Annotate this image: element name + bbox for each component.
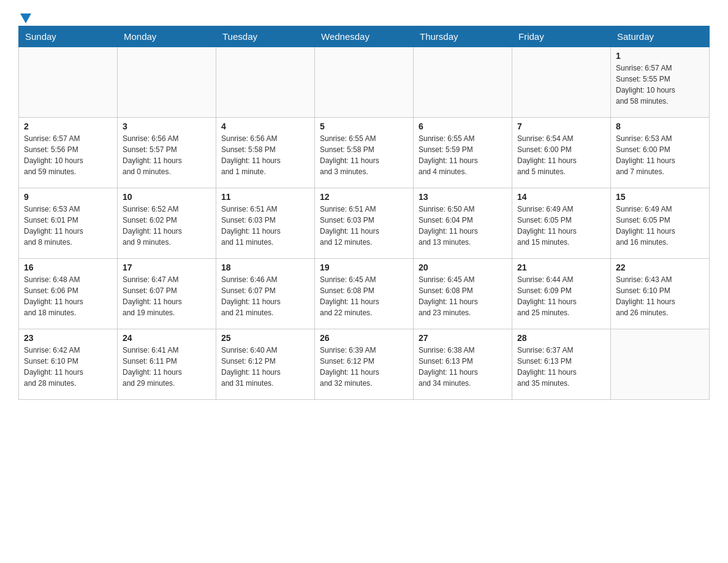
column-header-monday: Monday — [118, 26, 216, 47]
day-number: 10 — [123, 192, 211, 202]
day-info-text: Sunrise: 6:55 AM Sunset: 5:58 PM Dayligh… — [320, 133, 408, 177]
column-header-tuesday: Tuesday — [216, 26, 315, 47]
calendar-cell — [216, 47, 315, 118]
day-info-text: Sunrise: 6:44 AM Sunset: 6:09 PM Dayligh… — [517, 274, 605, 318]
day-number: 5 — [320, 121, 408, 131]
day-info-text: Sunrise: 6:51 AM Sunset: 6:03 PM Dayligh… — [320, 204, 408, 248]
day-info-text: Sunrise: 6:43 AM Sunset: 6:10 PM Dayligh… — [616, 274, 704, 318]
day-info-text: Sunrise: 6:53 AM Sunset: 6:00 PM Dayligh… — [616, 133, 704, 177]
day-info-text: Sunrise: 6:55 AM Sunset: 5:59 PM Dayligh… — [419, 133, 507, 177]
calendar-cell — [512, 47, 611, 118]
day-info-text: Sunrise: 6:52 AM Sunset: 6:02 PM Dayligh… — [123, 204, 211, 248]
day-info-text: Sunrise: 6:41 AM Sunset: 6:11 PM Dayligh… — [123, 345, 211, 389]
calendar-cell: 11Sunrise: 6:51 AM Sunset: 6:03 PM Dayli… — [216, 188, 315, 259]
day-info-text: Sunrise: 6:49 AM Sunset: 6:05 PM Dayligh… — [517, 204, 605, 248]
day-number: 4 — [221, 121, 309, 131]
day-number: 19 — [320, 262, 408, 272]
calendar-cell: 20Sunrise: 6:45 AM Sunset: 6:08 PM Dayli… — [414, 259, 512, 329]
calendar-cell — [414, 47, 512, 118]
day-number: 13 — [419, 192, 507, 202]
logo — [18, 12, 31, 20]
day-info-text: Sunrise: 6:48 AM Sunset: 6:06 PM Dayligh… — [24, 274, 112, 318]
calendar-cell: 19Sunrise: 6:45 AM Sunset: 6:08 PM Dayli… — [315, 259, 414, 329]
calendar-cell — [611, 329, 710, 400]
calendar-week-row: 1Sunrise: 6:57 AM Sunset: 5:55 PM Daylig… — [19, 47, 710, 118]
column-header-thursday: Thursday — [414, 26, 512, 47]
logo-arrow-icon — [20, 13, 31, 23]
day-number: 11 — [221, 192, 309, 202]
day-number: 20 — [419, 262, 507, 272]
day-info-text: Sunrise: 6:57 AM Sunset: 5:56 PM Dayligh… — [24, 133, 112, 177]
day-number: 26 — [320, 333, 408, 343]
day-info-text: Sunrise: 6:45 AM Sunset: 6:08 PM Dayligh… — [320, 274, 408, 318]
day-info-text: Sunrise: 6:46 AM Sunset: 6:07 PM Dayligh… — [221, 274, 309, 318]
day-number: 22 — [616, 262, 704, 272]
day-number: 3 — [123, 121, 211, 131]
day-info-text: Sunrise: 6:57 AM Sunset: 5:55 PM Dayligh… — [616, 63, 704, 107]
calendar-cell: 25Sunrise: 6:40 AM Sunset: 6:12 PM Dayli… — [216, 329, 315, 400]
day-number: 17 — [123, 262, 211, 272]
calendar-cell: 22Sunrise: 6:43 AM Sunset: 6:10 PM Dayli… — [611, 259, 710, 329]
calendar-cell: 23Sunrise: 6:42 AM Sunset: 6:10 PM Dayli… — [19, 329, 118, 400]
calendar-cell: 8Sunrise: 6:53 AM Sunset: 6:00 PM Daylig… — [611, 118, 710, 188]
calendar-cell: 24Sunrise: 6:41 AM Sunset: 6:11 PM Dayli… — [118, 329, 216, 400]
calendar-week-row: 23Sunrise: 6:42 AM Sunset: 6:10 PM Dayli… — [19, 329, 710, 400]
day-number: 6 — [419, 121, 507, 131]
column-header-friday: Friday — [512, 26, 611, 47]
calendar-cell: 26Sunrise: 6:39 AM Sunset: 6:12 PM Dayli… — [315, 329, 414, 400]
day-info-text: Sunrise: 6:47 AM Sunset: 6:07 PM Dayligh… — [123, 274, 211, 318]
calendar-cell: 12Sunrise: 6:51 AM Sunset: 6:03 PM Dayli… — [315, 188, 414, 259]
day-number: 24 — [123, 333, 211, 343]
calendar-cell: 15Sunrise: 6:49 AM Sunset: 6:05 PM Dayli… — [611, 188, 710, 259]
day-info-text: Sunrise: 6:37 AM Sunset: 6:13 PM Dayligh… — [517, 345, 605, 389]
day-number: 21 — [517, 262, 605, 272]
column-header-saturday: Saturday — [611, 26, 710, 47]
calendar-cell: 28Sunrise: 6:37 AM Sunset: 6:13 PM Dayli… — [512, 329, 611, 400]
calendar-week-row: 9Sunrise: 6:53 AM Sunset: 6:01 PM Daylig… — [19, 188, 710, 259]
calendar-cell: 2Sunrise: 6:57 AM Sunset: 5:56 PM Daylig… — [19, 118, 118, 188]
day-info-text: Sunrise: 6:51 AM Sunset: 6:03 PM Dayligh… — [221, 204, 309, 248]
column-header-wednesday: Wednesday — [315, 26, 414, 47]
day-number: 2 — [24, 121, 112, 131]
calendar-cell: 10Sunrise: 6:52 AM Sunset: 6:02 PM Dayli… — [118, 188, 216, 259]
calendar-header-row: SundayMondayTuesdayWednesdayThursdayFrid… — [19, 26, 710, 47]
day-number: 23 — [24, 333, 112, 343]
day-info-text: Sunrise: 6:53 AM Sunset: 6:01 PM Dayligh… — [24, 204, 112, 248]
page-header — [18, 12, 710, 20]
calendar-cell — [118, 47, 216, 118]
day-number: 27 — [419, 333, 507, 343]
calendar-cell: 13Sunrise: 6:50 AM Sunset: 6:04 PM Dayli… — [414, 188, 512, 259]
day-info-text: Sunrise: 6:54 AM Sunset: 6:00 PM Dayligh… — [517, 133, 605, 177]
calendar-cell: 4Sunrise: 6:56 AM Sunset: 5:58 PM Daylig… — [216, 118, 315, 188]
day-number: 25 — [221, 333, 309, 343]
day-number: 1 — [616, 51, 704, 61]
calendar-cell: 27Sunrise: 6:38 AM Sunset: 6:13 PM Dayli… — [414, 329, 512, 400]
day-number: 14 — [517, 192, 605, 202]
day-info-text: Sunrise: 6:42 AM Sunset: 6:10 PM Dayligh… — [24, 345, 112, 389]
calendar-cell: 6Sunrise: 6:55 AM Sunset: 5:59 PM Daylig… — [414, 118, 512, 188]
calendar-cell: 21Sunrise: 6:44 AM Sunset: 6:09 PM Dayli… — [512, 259, 611, 329]
day-info-text: Sunrise: 6:39 AM Sunset: 6:12 PM Dayligh… — [320, 345, 408, 389]
calendar-week-row: 2Sunrise: 6:57 AM Sunset: 5:56 PM Daylig… — [19, 118, 710, 188]
day-number: 7 — [517, 121, 605, 131]
day-number: 8 — [616, 121, 704, 131]
day-number: 16 — [24, 262, 112, 272]
day-number: 9 — [24, 192, 112, 202]
calendar-cell: 7Sunrise: 6:54 AM Sunset: 6:00 PM Daylig… — [512, 118, 611, 188]
calendar-cell: 14Sunrise: 6:49 AM Sunset: 6:05 PM Dayli… — [512, 188, 611, 259]
calendar-cell: 9Sunrise: 6:53 AM Sunset: 6:01 PM Daylig… — [19, 188, 118, 259]
calendar-cell: 17Sunrise: 6:47 AM Sunset: 6:07 PM Dayli… — [118, 259, 216, 329]
day-info-text: Sunrise: 6:38 AM Sunset: 6:13 PM Dayligh… — [419, 345, 507, 389]
calendar-cell: 16Sunrise: 6:48 AM Sunset: 6:06 PM Dayli… — [19, 259, 118, 329]
calendar-cell: 18Sunrise: 6:46 AM Sunset: 6:07 PM Dayli… — [216, 259, 315, 329]
day-number: 18 — [221, 262, 309, 272]
day-info-text: Sunrise: 6:49 AM Sunset: 6:05 PM Dayligh… — [616, 204, 704, 248]
day-info-text: Sunrise: 6:56 AM Sunset: 5:57 PM Dayligh… — [123, 133, 211, 177]
day-info-text: Sunrise: 6:40 AM Sunset: 6:12 PM Dayligh… — [221, 345, 309, 389]
calendar-table: SundayMondayTuesdayWednesdayThursdayFrid… — [18, 26, 710, 400]
calendar-week-row: 16Sunrise: 6:48 AM Sunset: 6:06 PM Dayli… — [19, 259, 710, 329]
day-info-text: Sunrise: 6:45 AM Sunset: 6:08 PM Dayligh… — [419, 274, 507, 318]
column-header-sunday: Sunday — [19, 26, 118, 47]
day-number: 15 — [616, 192, 704, 202]
calendar-cell — [19, 47, 118, 118]
